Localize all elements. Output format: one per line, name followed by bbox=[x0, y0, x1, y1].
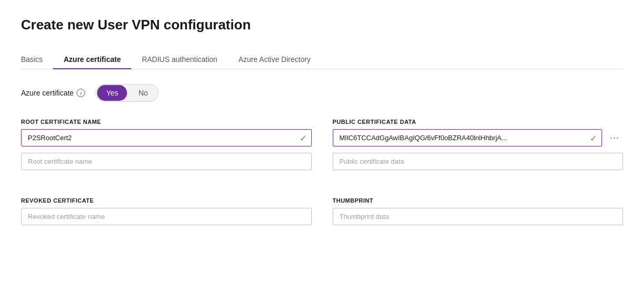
thumbprint-input[interactable] bbox=[333, 208, 624, 225]
thumbprint-header: THUMBPRINT bbox=[333, 197, 624, 204]
root-cert-empty-input[interactable] bbox=[21, 153, 312, 170]
revoked-cert-header: REVOKED CERTIFICATE bbox=[21, 197, 312, 204]
toggle-label-text: Azure certificate bbox=[21, 89, 73, 97]
public-cert-filled-wrapper: ✓ bbox=[333, 129, 603, 146]
public-cert-section: PUBLIC CERTIFICATE DATA ✓ ··· bbox=[333, 119, 624, 176]
tab-basics[interactable]: Basics bbox=[21, 50, 53, 69]
public-cert-filled-row: ✓ ··· bbox=[333, 129, 624, 146]
toggle-switch[interactable]: Yes No bbox=[96, 84, 159, 102]
public-cert-check-icon: ✓ bbox=[590, 133, 597, 143]
public-cert-filled-input[interactable] bbox=[333, 129, 603, 146]
tab-radius-authentication[interactable]: RADIUS authentication bbox=[131, 50, 228, 69]
tab-nav: Basics Azure certificate RADIUS authenti… bbox=[21, 50, 623, 69]
root-cert-section: ROOT CERTIFICATE NAME ✓ bbox=[21, 119, 312, 176]
tab-azure-active-directory[interactable]: Azure Active Directory bbox=[228, 50, 321, 69]
toggle-yes[interactable]: Yes bbox=[97, 85, 127, 101]
thumbprint-row bbox=[333, 208, 624, 225]
public-cert-empty-row bbox=[333, 153, 624, 170]
thumbprint-section: THUMBPRINT bbox=[333, 197, 624, 232]
revoked-cert-section: REVOKED CERTIFICATE bbox=[21, 197, 312, 232]
root-cert-check-icon: ✓ bbox=[300, 133, 307, 143]
public-cert-empty-input[interactable] bbox=[333, 153, 624, 170]
info-icon[interactable]: i bbox=[77, 89, 85, 97]
more-options-button[interactable]: ··· bbox=[606, 130, 623, 146]
root-cert-filled-row: ✓ bbox=[21, 129, 312, 146]
revoked-cert-input[interactable] bbox=[21, 208, 312, 225]
public-cert-header: PUBLIC CERTIFICATE DATA bbox=[333, 119, 624, 125]
page-title: Create new User VPN configuration bbox=[21, 17, 623, 33]
revoked-thumbprint-section: REVOKED CERTIFICATE THUMBPRINT bbox=[21, 197, 623, 242]
toggle-label: Azure certificate i bbox=[21, 89, 85, 97]
toggle-row: Azure certificate i Yes No bbox=[21, 84, 623, 102]
root-cert-filled-wrapper: ✓ bbox=[21, 129, 312, 146]
root-cert-empty-row bbox=[21, 153, 312, 170]
root-cert-filled-input[interactable] bbox=[21, 129, 312, 146]
revoked-cert-row bbox=[21, 208, 312, 225]
certificate-form: ROOT CERTIFICATE NAME ✓ PUBLIC CERTIFICA… bbox=[21, 119, 623, 187]
root-cert-header: ROOT CERTIFICATE NAME bbox=[21, 119, 312, 125]
toggle-no[interactable]: No bbox=[128, 84, 158, 102]
tab-azure-certificate[interactable]: Azure certificate bbox=[53, 50, 131, 69]
